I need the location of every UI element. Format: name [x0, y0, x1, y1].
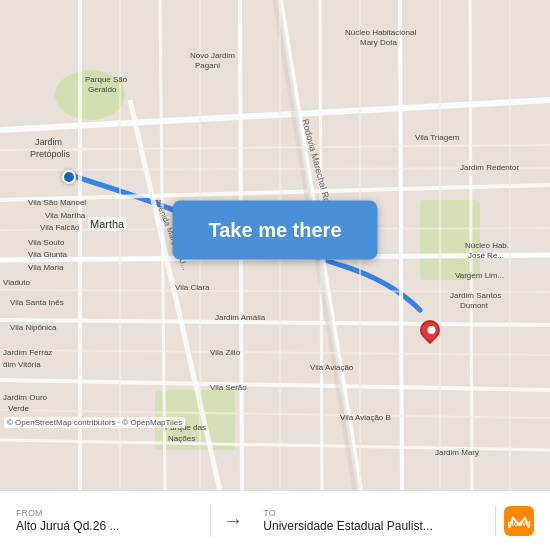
route-info: FROM Alto Juruá Qd.26 ... → TO Universid…: [8, 504, 495, 537]
svg-text:Geraldo: Geraldo: [88, 85, 117, 94]
take-me-there-button[interactable]: Take me there: [172, 201, 377, 260]
svg-text:Jardim: Jardim: [35, 137, 62, 147]
destination-pin: [420, 320, 440, 340]
martha-label: Martha: [88, 217, 126, 231]
route-from: FROM Alto Juruá Qd.26 ...: [8, 504, 211, 537]
svg-text:Jardim Santos: Jardim Santos: [450, 291, 501, 300]
svg-text:Novo Jardim: Novo Jardim: [190, 51, 235, 60]
svg-text:Verde: Verde: [8, 404, 29, 413]
svg-text:Núcleo Habitacional: Núcleo Habitacional: [345, 28, 416, 37]
svg-text:Vila Santa Inês: Vila Santa Inês: [10, 298, 64, 307]
svg-text:Jardim Amália: Jardim Amália: [215, 313, 266, 322]
svg-text:Vila São Manoel: Vila São Manoel: [28, 198, 86, 207]
svg-text:José Re...: José Re...: [468, 251, 504, 260]
from-label: FROM: [16, 508, 202, 518]
svg-text:Vila Aviação: Vila Aviação: [310, 363, 354, 372]
svg-text:Vila Zillo: Vila Zillo: [210, 348, 241, 357]
svg-text:Vargem Lim...: Vargem Lim...: [455, 271, 504, 280]
svg-text:Viaduto: Viaduto: [3, 278, 31, 287]
route-to: TO Universidade Estadual Paulist...: [255, 504, 495, 537]
app: Rodovia Marechal Rondon Avenida Marções …: [0, 0, 550, 550]
svg-text:Nações: Nações: [168, 434, 195, 443]
svg-text:Parque São: Parque São: [85, 75, 128, 84]
origin-marker: [62, 170, 76, 184]
svg-text:Mary Dota: Mary Dota: [360, 38, 397, 47]
svg-text:Vila Clara: Vila Clara: [175, 283, 210, 292]
svg-text:Vila Serão: Vila Serão: [210, 383, 247, 392]
svg-text:Vila Martha: Vila Martha: [45, 211, 86, 220]
moovit-logo: moovit: [495, 506, 542, 536]
svg-text:Jardim Mary: Jardim Mary: [435, 448, 479, 457]
from-name: Alto Juruá Qd.26 ...: [16, 519, 202, 533]
to-label: TO: [263, 508, 487, 518]
svg-text:Vila Falcão: Vila Falcão: [40, 223, 80, 232]
svg-text:Vila Giunta: Vila Giunta: [28, 250, 68, 259]
svg-text:Vila Souto: Vila Souto: [28, 238, 65, 247]
moovit-icon: moovit: [504, 506, 534, 536]
svg-text:Vila Nipônica: Vila Nipônica: [10, 323, 57, 332]
svg-text:Jardim Ferraz: Jardim Ferraz: [3, 348, 52, 357]
map-container: Rodovia Marechal Rondon Avenida Marções …: [0, 0, 550, 490]
svg-text:Pretópolis: Pretópolis: [30, 149, 71, 159]
svg-text:Jardim Ouro: Jardim Ouro: [3, 393, 48, 402]
route-arrow: →: [211, 509, 255, 532]
svg-text:Dumont: Dumont: [460, 301, 489, 310]
svg-text:Vila Aviação B: Vila Aviação B: [340, 413, 391, 422]
map-attribution: © OpenStreetMap contributors · © OpenMap…: [4, 417, 185, 428]
svg-text:dim Vitória: dim Vitória: [3, 360, 41, 369]
bottom-navigation-bar: FROM Alto Juruá Qd.26 ... → TO Universid…: [0, 490, 550, 550]
svg-text:Pagani: Pagani: [195, 61, 220, 70]
svg-text:Jardim Redentor: Jardim Redentor: [460, 163, 519, 172]
svg-text:Vila Triagem: Vila Triagem: [415, 133, 460, 142]
to-name: Universidade Estadual Paulist...: [263, 519, 487, 533]
svg-text:Núcleo Hab.: Núcleo Hab.: [465, 241, 509, 250]
svg-text:Vila Maria: Vila Maria: [28, 263, 64, 272]
